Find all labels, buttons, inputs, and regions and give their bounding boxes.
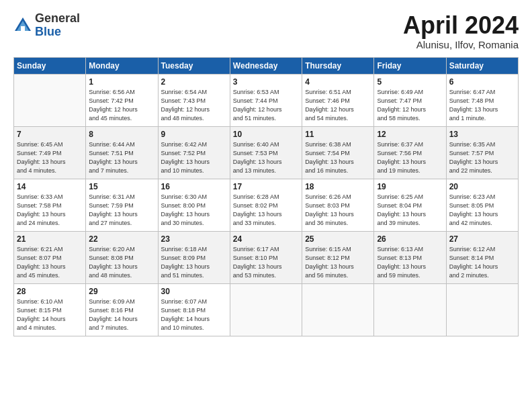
- month-title: April 2024: [403, 12, 519, 39]
- day-info: Sunrise: 6:38 AM Sunset: 7:54 PM Dayligh…: [305, 140, 371, 175]
- calendar-cell: 6Sunrise: 6:47 AM Sunset: 7:48 PM Daylig…: [446, 74, 518, 126]
- page: General Blue April 2024 Alunisu, Ilfov, …: [0, 0, 532, 343]
- calendar-cell: [14, 74, 86, 126]
- day-info: Sunrise: 6:30 AM Sunset: 8:00 PM Dayligh…: [161, 193, 227, 228]
- title-block: April 2024 Alunisu, Ilfov, Romania: [403, 12, 519, 50]
- day-info: Sunrise: 6:09 AM Sunset: 8:16 PM Dayligh…: [89, 298, 154, 332]
- day-info: Sunrise: 6:54 AM Sunset: 7:43 PM Dayligh…: [161, 88, 227, 123]
- calendar-cell: 7Sunrise: 6:45 AM Sunset: 7:49 PM Daylig…: [14, 126, 86, 179]
- day-number: 22: [89, 234, 154, 244]
- calendar-cell: 23Sunrise: 6:18 AM Sunset: 8:09 PM Dayli…: [158, 231, 230, 283]
- calendar-cell: 2Sunrise: 6:54 AM Sunset: 7:43 PM Daylig…: [158, 74, 230, 126]
- day-number: 28: [17, 287, 83, 296]
- day-info: Sunrise: 6:45 AM Sunset: 7:49 PM Dayligh…: [17, 140, 83, 175]
- col-tuesday: Tuesday: [158, 57, 230, 74]
- col-thursday: Thursday: [302, 57, 374, 74]
- day-info: Sunrise: 6:37 AM Sunset: 7:56 PM Dayligh…: [377, 140, 443, 175]
- day-number: 9: [161, 130, 227, 139]
- day-info: Sunrise: 6:35 AM Sunset: 7:57 PM Dayligh…: [449, 140, 515, 175]
- day-number: 29: [89, 287, 154, 296]
- day-number: 20: [449, 182, 515, 191]
- day-info: Sunrise: 6:26 AM Sunset: 8:03 PM Dayligh…: [305, 193, 371, 228]
- calendar-cell: [374, 283, 446, 336]
- calendar-table: Sunday Monday Tuesday Wednesday Thursday…: [13, 57, 519, 336]
- calendar-header: Sunday Monday Tuesday Wednesday Thursday…: [14, 57, 519, 74]
- day-info: Sunrise: 6:07 AM Sunset: 8:18 PM Dayligh…: [161, 298, 227, 332]
- day-number: 23: [161, 234, 227, 244]
- logo-general: General: [35, 12, 80, 26]
- calendar-cell: 8Sunrise: 6:44 AM Sunset: 7:51 PM Daylig…: [86, 126, 158, 179]
- calendar-cell: 14Sunrise: 6:33 AM Sunset: 7:58 PM Dayli…: [14, 179, 86, 231]
- col-friday: Friday: [374, 57, 446, 74]
- day-number: 11: [305, 130, 371, 139]
- day-info: Sunrise: 6:18 AM Sunset: 8:09 PM Dayligh…: [161, 245, 227, 280]
- calendar-cell: [230, 283, 302, 336]
- calendar-cell: 4Sunrise: 6:51 AM Sunset: 7:46 PM Daylig…: [302, 74, 374, 126]
- day-info: Sunrise: 6:51 AM Sunset: 7:46 PM Dayligh…: [305, 88, 371, 123]
- col-saturday: Saturday: [446, 57, 518, 74]
- day-info: Sunrise: 6:20 AM Sunset: 8:08 PM Dayligh…: [89, 245, 154, 280]
- day-info: Sunrise: 6:28 AM Sunset: 8:02 PM Dayligh…: [233, 193, 299, 228]
- day-number: 8: [89, 130, 154, 139]
- week-row-5: 28Sunrise: 6:10 AM Sunset: 8:15 PM Dayli…: [14, 283, 519, 336]
- location-subtitle: Alunisu, Ilfov, Romania: [403, 39, 519, 50]
- calendar-cell: [446, 283, 518, 336]
- calendar-cell: 11Sunrise: 6:38 AM Sunset: 7:54 PM Dayli…: [302, 126, 374, 179]
- calendar-cell: 1Sunrise: 6:56 AM Sunset: 7:42 PM Daylig…: [86, 74, 158, 126]
- calendar-cell: 20Sunrise: 6:23 AM Sunset: 8:05 PM Dayli…: [446, 179, 518, 231]
- logo-text: General Blue: [35, 12, 80, 39]
- calendar-cell: 19Sunrise: 6:25 AM Sunset: 8:04 PM Dayli…: [374, 179, 446, 231]
- col-wednesday: Wednesday: [230, 57, 302, 74]
- day-number: 16: [161, 182, 227, 191]
- day-number: 10: [233, 130, 299, 139]
- day-info: Sunrise: 6:21 AM Sunset: 8:07 PM Dayligh…: [17, 245, 83, 280]
- day-number: 24: [233, 234, 299, 244]
- col-sunday: Sunday: [14, 57, 86, 74]
- day-number: 6: [449, 77, 515, 87]
- day-info: Sunrise: 6:44 AM Sunset: 7:51 PM Dayligh…: [89, 140, 154, 175]
- day-info: Sunrise: 6:15 AM Sunset: 8:12 PM Dayligh…: [305, 245, 371, 280]
- calendar-cell: 10Sunrise: 6:40 AM Sunset: 7:53 PM Dayli…: [230, 126, 302, 179]
- day-number: 27: [449, 234, 515, 244]
- calendar-cell: 30Sunrise: 6:07 AM Sunset: 8:18 PM Dayli…: [158, 283, 230, 336]
- day-number: 15: [89, 182, 154, 191]
- calendar-cell: 22Sunrise: 6:20 AM Sunset: 8:08 PM Dayli…: [86, 231, 158, 283]
- day-info: Sunrise: 6:25 AM Sunset: 8:04 PM Dayligh…: [377, 193, 443, 228]
- day-number: 3: [233, 77, 299, 87]
- day-number: 2: [161, 77, 227, 87]
- day-info: Sunrise: 6:47 AM Sunset: 7:48 PM Dayligh…: [449, 88, 515, 123]
- calendar-body: 1Sunrise: 6:56 AM Sunset: 7:42 PM Daylig…: [14, 74, 519, 336]
- day-info: Sunrise: 6:40 AM Sunset: 7:53 PM Dayligh…: [233, 140, 299, 175]
- col-monday: Monday: [86, 57, 158, 74]
- day-number: 19: [377, 182, 443, 191]
- calendar-cell: 13Sunrise: 6:35 AM Sunset: 7:57 PM Dayli…: [446, 126, 518, 179]
- day-number: 21: [17, 234, 83, 244]
- day-number: 7: [17, 130, 83, 139]
- day-number: 18: [305, 182, 371, 191]
- day-number: 25: [305, 234, 371, 244]
- day-number: 13: [449, 130, 515, 139]
- week-row-3: 14Sunrise: 6:33 AM Sunset: 7:58 PM Dayli…: [14, 179, 519, 231]
- calendar-cell: 18Sunrise: 6:26 AM Sunset: 8:03 PM Dayli…: [302, 179, 374, 231]
- calendar-cell: 5Sunrise: 6:49 AM Sunset: 7:47 PM Daylig…: [374, 74, 446, 126]
- calendar-cell: 15Sunrise: 6:31 AM Sunset: 7:59 PM Dayli…: [86, 179, 158, 231]
- day-number: 17: [233, 182, 299, 191]
- day-info: Sunrise: 6:49 AM Sunset: 7:47 PM Dayligh…: [377, 88, 443, 123]
- calendar-cell: 12Sunrise: 6:37 AM Sunset: 7:56 PM Dayli…: [374, 126, 446, 179]
- day-number: 14: [17, 182, 83, 191]
- day-info: Sunrise: 6:53 AM Sunset: 7:44 PM Dayligh…: [233, 88, 299, 123]
- svg-rect-2: [21, 26, 25, 31]
- day-info: Sunrise: 6:12 AM Sunset: 8:14 PM Dayligh…: [449, 245, 515, 280]
- day-info: Sunrise: 6:31 AM Sunset: 7:59 PM Dayligh…: [89, 193, 154, 228]
- day-info: Sunrise: 6:56 AM Sunset: 7:42 PM Dayligh…: [89, 88, 154, 123]
- calendar-cell: 24Sunrise: 6:17 AM Sunset: 8:10 PM Dayli…: [230, 231, 302, 283]
- logo-blue: Blue: [35, 26, 80, 39]
- header-row: Sunday Monday Tuesday Wednesday Thursday…: [14, 57, 519, 74]
- logo-icon: [13, 16, 32, 35]
- day-number: 1: [89, 77, 154, 87]
- calendar-cell: 25Sunrise: 6:15 AM Sunset: 8:12 PM Dayli…: [302, 231, 374, 283]
- day-info: Sunrise: 6:17 AM Sunset: 8:10 PM Dayligh…: [233, 245, 299, 280]
- day-info: Sunrise: 6:13 AM Sunset: 8:13 PM Dayligh…: [377, 245, 443, 280]
- calendar-cell: 28Sunrise: 6:10 AM Sunset: 8:15 PM Dayli…: [14, 283, 86, 336]
- calendar-cell: 16Sunrise: 6:30 AM Sunset: 8:00 PM Dayli…: [158, 179, 230, 231]
